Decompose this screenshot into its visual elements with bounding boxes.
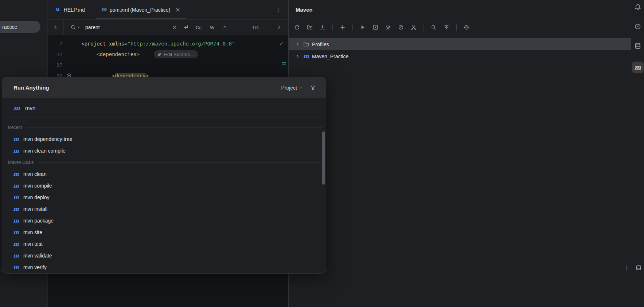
maven-toolbar (289, 19, 631, 35)
search-icon[interactable] (431, 24, 437, 30)
next-match-icon[interactable] (276, 24, 282, 30)
edit-starters-inlay[interactable]: Edit Starters... (154, 50, 198, 58)
line-number: 2 (48, 41, 62, 46)
search-options-button[interactable] (70, 24, 80, 30)
maven-tree: ProfilesmMaven_Practice (289, 35, 631, 62)
generate-sources-icon[interactable] (307, 24, 313, 30)
maven-icon: m (13, 218, 19, 224)
filter-icon[interactable] (310, 85, 316, 91)
run-anything-item[interactable]: mmvn clean compile (2, 145, 326, 157)
close-tab-icon[interactable] (175, 7, 181, 13)
settings-icon[interactable] (464, 24, 469, 30)
sync-icon[interactable] (294, 24, 300, 30)
toggle-replace-icon[interactable] (52, 24, 58, 30)
section-label: Maven Goals (8, 160, 34, 165)
line-number: 32 (48, 52, 62, 57)
match-count: 1/4 (243, 25, 268, 30)
dock-window-icon[interactable] (636, 265, 641, 271)
run-anything-item[interactable]: mmvn install (2, 203, 326, 215)
run-anything-item[interactable]: mmvn package (2, 215, 326, 227)
find-bar: parent Cc W .* 1/4 (48, 19, 288, 35)
run-anything-item[interactable]: mmvn site (2, 227, 326, 238)
search-input[interactable]: parent (85, 24, 100, 30)
inspection-check-icon[interactable]: ✓ (279, 40, 284, 47)
item-label: mvn test (23, 241, 43, 247)
maven-icon: m (635, 64, 641, 71)
section-rule (26, 127, 323, 128)
collapse-all-icon[interactable] (444, 24, 449, 30)
code-text: <dependencies>Edit Starters... (81, 50, 198, 58)
caret-down-icon (77, 25, 80, 29)
section-header: Maven Goals (2, 157, 326, 168)
chevron-right-icon[interactable] (295, 42, 300, 47)
tree-node-label: Maven_Practice (312, 54, 348, 59)
notifications-icon[interactable] (634, 4, 641, 11)
maven-icon: m (13, 206, 19, 212)
run-icon[interactable] (360, 24, 366, 30)
run-anything-item[interactable]: mmvn test (2, 238, 326, 250)
command-text: mvn (25, 105, 35, 111)
item-label: mvn clean compile (23, 148, 66, 154)
toolbar-separator (424, 24, 424, 31)
add-icon[interactable] (340, 24, 346, 30)
run-anything-item[interactable]: mmvn dependency:tree (2, 133, 326, 145)
maven-icon: m (13, 137, 19, 142)
maven-tool-button[interactable]: m (632, 62, 644, 73)
project-selected-item[interactable]: ractice (0, 21, 40, 33)
tab-help-md[interactable]: M↓ HELP.md (48, 0, 93, 19)
insert-newline-icon[interactable] (183, 24, 189, 30)
maven-icon: m (13, 230, 19, 235)
section-label: Recent (8, 125, 22, 130)
run-anything-item[interactable]: mmvn validate (2, 250, 326, 261)
code-line: 32<dependencies>Edit Starters... (48, 49, 289, 60)
scrollbar-thumb[interactable] (322, 131, 325, 185)
maven-title: Maven (296, 7, 313, 13)
scope-label: Project (281, 85, 297, 91)
command-input[interactable]: m mvn (2, 98, 326, 118)
regex-toggle[interactable]: .* (223, 25, 226, 30)
tab-pom-xml[interactable]: m pom.xml (Maven_Practice) (93, 0, 189, 19)
skip-tests-icon[interactable] (398, 24, 404, 30)
scope-selector[interactable]: Project (281, 85, 303, 91)
item-label: mvn site (23, 229, 42, 235)
line-number: 37 (48, 62, 62, 68)
match-case-toggle[interactable]: Cc (196, 25, 202, 30)
run-anything-item[interactable]: mmvn compile (2, 180, 326, 192)
offline-mode-icon[interactable] (385, 24, 391, 30)
project-item-label: ractice (2, 24, 17, 30)
tool-window-stripe: m (631, 0, 644, 307)
item-label: mvn dependency:tree (23, 136, 73, 142)
popup-title: Run Anything (13, 84, 49, 91)
maven-icon: m (101, 7, 107, 12)
run-anything-item[interactable]: mmvn deploy (2, 192, 326, 203)
results-list: Recentmmvn dependency:treemmvn clean com… (2, 118, 326, 273)
ai-assistant-icon[interactable] (634, 23, 641, 30)
item-label: mvn install (23, 206, 47, 212)
popup-header: Run Anything Project (2, 77, 326, 98)
mute-tests-icon[interactable] (411, 24, 417, 30)
item-label: mvn compile (23, 183, 52, 189)
database-icon[interactable] (634, 42, 641, 50)
execute-goal-icon[interactable] (372, 24, 378, 30)
run-anything-item[interactable]: mmvn verify (2, 261, 326, 273)
section-header: Recent (2, 122, 326, 133)
toolbar-separator (332, 24, 333, 31)
maven-icon: m (13, 195, 19, 200)
item-label: mvn clean (23, 171, 47, 177)
divider (63, 20, 64, 36)
tree-node-maven-practice[interactable]: mMaven_Practice (289, 50, 631, 62)
inlay-label: Edit Starters... (164, 52, 194, 57)
more-options-icon[interactable] (624, 265, 630, 271)
item-label: mvn package (23, 218, 54, 224)
chevron-right-icon[interactable] (295, 54, 300, 59)
maven-icon: m (13, 241, 19, 247)
tree-node-profiles[interactable]: Profiles (289, 38, 631, 50)
code-line: 37 (48, 60, 289, 71)
whole-words-toggle[interactable]: W (210, 25, 214, 30)
item-label: mvn validate (23, 253, 52, 259)
download-sources-icon[interactable] (320, 24, 325, 30)
code-line: 2<project xmlns="http://maven.apache.org… (48, 38, 289, 49)
tab-options-icon[interactable] (275, 7, 281, 13)
run-anything-item[interactable]: mmvn clean (2, 168, 326, 180)
clear-search-icon[interactable] (172, 24, 177, 30)
